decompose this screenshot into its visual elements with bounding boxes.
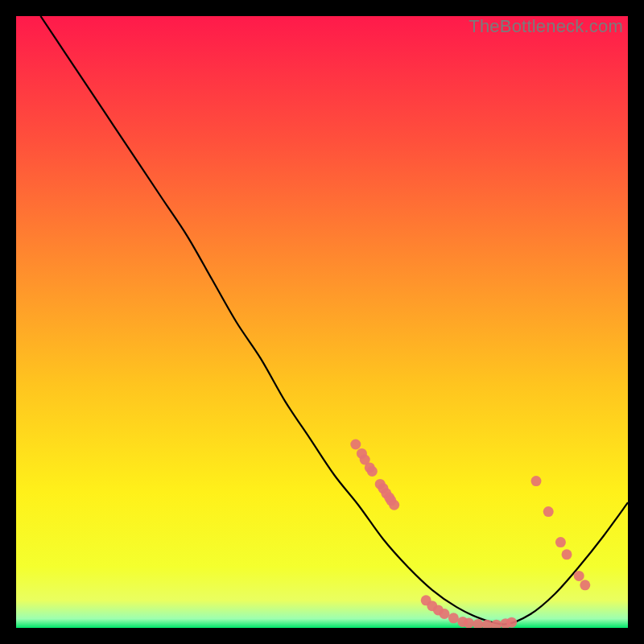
data-point bbox=[367, 466, 378, 477]
data-point bbox=[350, 440, 361, 450]
chart-plot bbox=[16, 16, 628, 628]
data-point bbox=[562, 549, 572, 559]
data-point bbox=[531, 476, 542, 486]
data-point bbox=[543, 506, 554, 517]
watermark-text: TheBottleneck.com bbox=[469, 16, 623, 37]
data-point bbox=[464, 617, 474, 628]
data-point bbox=[440, 609, 450, 619]
data-point bbox=[448, 613, 459, 623]
data-point bbox=[506, 617, 517, 628]
chart-svg bbox=[16, 16, 628, 628]
data-point bbox=[580, 580, 590, 590]
chart-frame: TheBottleneck.com bbox=[16, 16, 628, 628]
gradient-background bbox=[16, 16, 628, 628]
data-point bbox=[574, 571, 584, 581]
data-point bbox=[555, 537, 566, 547]
data-point bbox=[389, 500, 399, 510]
